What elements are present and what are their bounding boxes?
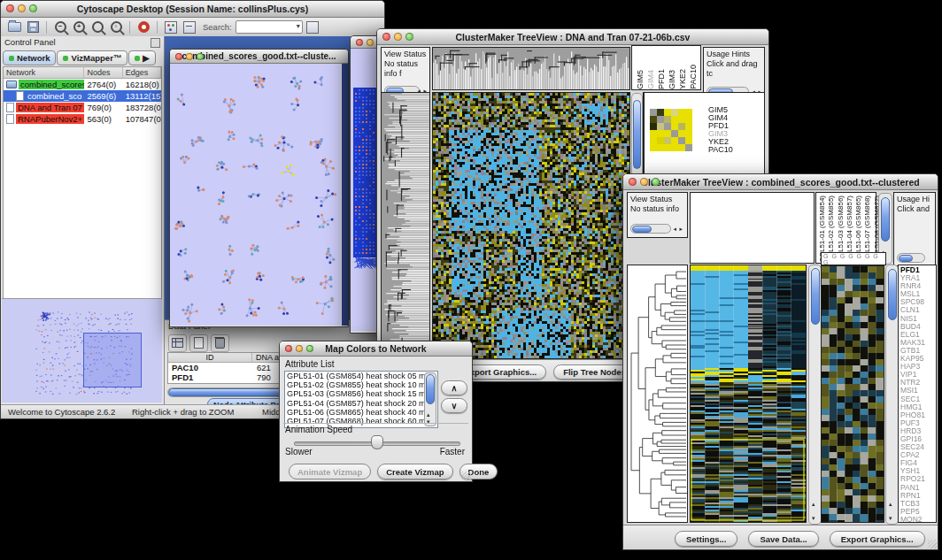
search-dropdown-icon[interactable]: ▾ bbox=[297, 22, 300, 30]
zoom-window-icon[interactable] bbox=[29, 4, 37, 12]
annotation-button[interactable] bbox=[181, 19, 198, 35]
vizmapper-button[interactable] bbox=[162, 19, 180, 35]
treeview1-titlebar[interactable]: ClusterMaker TreeView : DNA and Tran 07-… bbox=[377, 29, 768, 45]
network-row[interactable]: combined_scores 2764(0) 16218(0) bbox=[4, 79, 161, 90]
column-dendrogram-canvas[interactable] bbox=[433, 48, 629, 89]
zoom-in-button[interactable]: + bbox=[70, 19, 88, 35]
close-icon[interactable] bbox=[6, 4, 14, 12]
move-down-button[interactable]: ∨ bbox=[441, 398, 467, 413]
help-button[interactable] bbox=[135, 19, 152, 35]
scroll-down-icon[interactable]: ▾ bbox=[889, 515, 892, 522]
zoom-window-icon[interactable] bbox=[197, 53, 204, 60]
search-input[interactable]: ▾ bbox=[236, 20, 303, 34]
dialog-button[interactable]: Create Vizmap bbox=[377, 464, 452, 479]
zoom-window-icon[interactable] bbox=[652, 178, 660, 186]
heatmap-canvas[interactable] bbox=[433, 93, 629, 358]
detail-heatmap-canvas[interactable] bbox=[822, 266, 884, 522]
array-label[interactable]: PAC10 bbox=[689, 65, 699, 89]
attribute-item[interactable]: GPL51-04 (GSM857) heat shock 20 min bbox=[285, 399, 437, 408]
treeview-button[interactable]: Settings... bbox=[675, 531, 737, 547]
control-panel-tab[interactable]: Network bbox=[3, 50, 56, 65]
move-up-button[interactable]: ∧ bbox=[441, 380, 467, 395]
array-label[interactable]: PFD1 bbox=[657, 69, 667, 89]
scroll-down-icon[interactable]: ▾ bbox=[812, 515, 815, 522]
control-panel-tab[interactable]: ▶ bbox=[128, 50, 155, 65]
resize-grip[interactable] bbox=[928, 540, 937, 548]
close-icon[interactable] bbox=[175, 53, 182, 60]
birdseye-canvas[interactable] bbox=[2, 299, 162, 403]
minimize-icon[interactable] bbox=[186, 53, 193, 60]
col-network[interactable]: Network bbox=[4, 67, 84, 78]
minimize-icon[interactable] bbox=[296, 345, 303, 352]
open-session-button[interactable] bbox=[5, 19, 23, 35]
minimize-icon[interactable] bbox=[367, 39, 374, 46]
heatmap-vscrollbar[interactable]: ▴ ▾ bbox=[808, 265, 822, 525]
toolbar-separator bbox=[46, 21, 47, 34]
zoom-fit-button[interactable]: ▫ bbox=[107, 19, 125, 35]
attribute-select-button[interactable] bbox=[168, 334, 187, 352]
network-row[interactable]: DNA and Tran 07 769(0) 183728(0) bbox=[4, 102, 161, 113]
zoom-window-icon[interactable] bbox=[306, 345, 313, 352]
zoom-window-icon[interactable] bbox=[405, 33, 413, 41]
view-status-text: No status info f bbox=[384, 59, 418, 78]
scroll-up-icon[interactable]: ▴ bbox=[427, 411, 430, 418]
toolbar-separator bbox=[157, 21, 158, 34]
attribute-item[interactable]: GPL51-01 (GSM854) heat shock 05 min bbox=[285, 372, 437, 380]
view-status-scrollbar[interactable] bbox=[630, 224, 671, 234]
network-row[interactable]: combined_sco 2569(6) 13112(15) bbox=[4, 90, 161, 102]
scroll-right-icon[interactable]: ▸ bbox=[679, 226, 683, 233]
treeview-button[interactable]: Save Data... bbox=[748, 531, 818, 547]
window-controls[interactable] bbox=[6, 4, 37, 12]
close-icon[interactable] bbox=[629, 178, 637, 186]
usage-hints-scrollbar[interactable] bbox=[897, 253, 925, 263]
genelist-vscrollbar[interactable]: ▴ ▾ bbox=[885, 265, 899, 525]
network-canvas[interactable] bbox=[170, 64, 341, 326]
array-label[interactable]: GIM3 bbox=[668, 70, 677, 89]
close-icon[interactable] bbox=[285, 345, 292, 352]
scroll-left-icon[interactable]: ◂ bbox=[673, 226, 676, 233]
col-edges[interactable]: Edges bbox=[123, 67, 161, 78]
close-icon[interactable] bbox=[382, 33, 390, 41]
minimize-icon[interactable] bbox=[18, 4, 26, 12]
save-session-button[interactable] bbox=[24, 19, 42, 35]
control-panel-tab[interactable]: VizMapper™ bbox=[57, 50, 127, 65]
slider-thumb[interactable] bbox=[371, 435, 383, 449]
float-panel-icon[interactable] bbox=[151, 38, 160, 48]
gene-item[interactable]: PAC10 bbox=[708, 146, 761, 154]
attribute-item[interactable]: GPL51-06 (GSM865) heat shock 40 min bbox=[285, 408, 437, 417]
treeview2-titlebar[interactable]: ClusterMaker TreeView : combined_scores_… bbox=[623, 174, 938, 190]
map-dialog-titlebar[interactable]: Map Colors to Network bbox=[280, 341, 472, 357]
array-label[interactable]: GIM4 bbox=[646, 70, 656, 89]
array-label[interactable]: GIM5 bbox=[636, 70, 645, 89]
row-dendrogram-canvas[interactable] bbox=[382, 93, 429, 358]
scroll-up-icon[interactable]: ▴ bbox=[812, 501, 815, 508]
scroll-up-icon[interactable]: ▴ bbox=[889, 501, 892, 508]
resize-grip[interactable] bbox=[462, 472, 471, 480]
scroll-down-icon[interactable]: ▾ bbox=[427, 418, 430, 426]
array-label[interactable]: YKE2 bbox=[678, 69, 688, 89]
birdseye-view[interactable] bbox=[2, 298, 162, 403]
zoom-out-button[interactable]: − bbox=[51, 19, 69, 35]
minimize-icon[interactable] bbox=[640, 178, 648, 186]
row-dendrogram-canvas[interactable] bbox=[628, 265, 687, 522]
attribute-list-scrollbar[interactable]: ▴ ▾ bbox=[424, 372, 436, 426]
network-vscrollbar[interactable] bbox=[342, 64, 348, 326]
network-view-titlebar[interactable]: combined_scores_good.txt--cluste... bbox=[170, 50, 348, 64]
gene-item[interactable]: MON2 bbox=[900, 516, 934, 523]
close-icon[interactable] bbox=[356, 39, 363, 46]
attribute-item[interactable]: GPL51-02 (GSM855) heat shock 10 min bbox=[285, 380, 437, 389]
new-attribute-button[interactable] bbox=[189, 334, 208, 352]
minimize-icon[interactable] bbox=[394, 33, 402, 41]
heatmap-canvas[interactable] bbox=[691, 265, 806, 522]
attribute-item[interactable]: GPL51-03 (GSM856) heat shock 15 min bbox=[285, 389, 437, 398]
col-id[interactable]: ID bbox=[168, 353, 252, 362]
zoom-selected-button[interactable] bbox=[89, 19, 106, 35]
plugin-button[interactable] bbox=[304, 19, 321, 35]
col-nodes[interactable]: Nodes bbox=[84, 67, 122, 78]
matrix-cell bbox=[671, 130, 678, 137]
main-titlebar[interactable]: Cytoscape Desktop (Session Name: collins… bbox=[1, 1, 384, 18]
dialog-button[interactable]: Animate Vizmap bbox=[289, 464, 371, 479]
treeview-button[interactable]: Export Graphics... bbox=[830, 531, 925, 547]
network-row[interactable]: RNAPuberNov2+ 563(0) 107847(0) bbox=[4, 113, 161, 125]
delete-attribute-button[interactable] bbox=[211, 334, 229, 352]
